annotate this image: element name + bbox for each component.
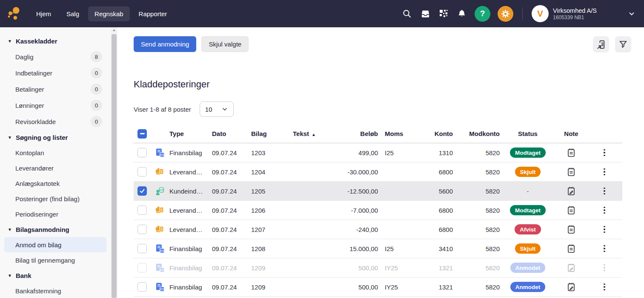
table-row[interactable]: Kundeind… 09.07.24 1205 -12.500,00 5600 … <box>134 182 622 201</box>
note-cell[interactable] <box>556 205 587 215</box>
row-checkbox[interactable] <box>137 263 147 272</box>
table-row[interactable]: Finansbilag 09.07.24 1209 500,00 IY25 13… <box>134 278 622 297</box>
column-header-tekst[interactable]: Tekst▲ <box>293 130 341 137</box>
row-checkbox[interactable] <box>137 244 147 253</box>
sidebar-item[interactable]: Bilag til gennemgang <box>4 252 106 268</box>
row-menu-button[interactable] <box>587 167 622 177</box>
row-checkbox[interactable] <box>137 225 147 234</box>
apps-grid-icon[interactable] <box>438 8 449 19</box>
sidebar-scrollbar[interactable]: ▲ <box>111 27 117 298</box>
note-icon[interactable] <box>566 148 576 158</box>
sidebar-item[interactable]: Revisorkladde 0 <box>4 113 106 130</box>
settings-button[interactable] <box>498 6 513 22</box>
sidebar-item[interactable]: Posteringer (find bilag) <box>4 191 106 206</box>
column-header-note[interactable]: Note <box>556 130 587 137</box>
column-header-modkonto[interactable]: Modkonto <box>453 130 500 137</box>
column-header-status[interactable]: Status <box>500 130 556 137</box>
export-button[interactable] <box>593 36 609 52</box>
sidebar-item[interactable]: Betalinger 0 <box>4 81 106 97</box>
note-cell[interactable] <box>556 224 587 234</box>
note-icon[interactable] <box>566 205 576 215</box>
table-row[interactable]: Leverand… 09.07.24 1204 -30.000,00 6800 … <box>134 162 622 182</box>
sidebar-item[interactable]: Indbetalinger 0 <box>4 65 106 81</box>
sidebar-item[interactable]: Lønninger 0 <box>4 97 106 113</box>
account-menu[interactable]: V Virksomhed A/S 1605339 NB1 <box>532 5 597 22</box>
sidebar-section-header[interactable]: ▼ Bilagsanmodning <box>0 222 111 237</box>
note-cell[interactable] <box>556 263 587 273</box>
hide-selected-button[interactable]: Skjul valgte <box>201 36 249 52</box>
results-summary: Viser 1-8 af 8 poster <box>134 106 191 113</box>
sidebar-item[interactable]: Bankafstemning <box>4 283 106 298</box>
voucher-number-cell: 1208 <box>251 245 293 252</box>
search-icon[interactable] <box>401 8 412 19</box>
column-header-belob[interactable]: Beløb <box>341 130 378 137</box>
note-icon[interactable] <box>566 167 576 177</box>
note-icon[interactable] <box>566 224 576 234</box>
page-size-select[interactable]: 10 <box>200 101 234 117</box>
row-checkbox[interactable] <box>137 148 147 157</box>
note-edit-icon[interactable] <box>566 263 576 273</box>
sidebar-item[interactable]: Daglig 8 <box>4 49 106 65</box>
sidebar-item[interactable]: Leverandører <box>4 160 106 176</box>
note-cell[interactable] <box>556 282 587 292</box>
sidebar-section-header[interactable]: ▼ Kassekladder <box>0 33 111 49</box>
sidebar-item[interactable]: Anmod om bilag <box>4 237 106 252</box>
table-row[interactable]: Leverand… 09.07.24 1207 -240,00 6800 582… <box>134 220 622 239</box>
note-icon[interactable] <box>566 243 576 254</box>
filter-button[interactable] <box>615 36 631 52</box>
table-row[interactable]: Finansbilag 09.07.24 1203 499,00 I25 131… <box>134 143 622 162</box>
row-checkbox[interactable] <box>137 205 147 215</box>
nav-item-rapporter[interactable]: Rapporter <box>132 6 174 21</box>
note-edit-icon[interactable] <box>566 282 576 292</box>
table-row[interactable]: Finansbilag 09.07.24 1208 15.000,00 I25 … <box>134 239 622 258</box>
topbar-divider <box>522 7 523 20</box>
row-checkbox[interactable] <box>137 186 147 196</box>
collapse-triangle-icon: ▼ <box>8 39 12 43</box>
send-request-button[interactable]: Send anmodning <box>134 36 196 52</box>
inbox-icon[interactable] <box>420 8 431 19</box>
row-menu-button[interactable] <box>587 186 622 197</box>
sidebar-item[interactable]: Anlægskartotek <box>4 176 106 191</box>
note-cell[interactable] <box>556 186 587 196</box>
notifications-bell-icon[interactable] <box>456 8 467 19</box>
status-badge: - <box>527 186 529 196</box>
table-row[interactable]: Leverand… 09.07.24 1206 -7.000,00 6800 5… <box>134 201 622 220</box>
column-header-dato[interactable]: Dato <box>212 130 251 137</box>
note-edit-icon[interactable] <box>566 186 576 196</box>
note-cell[interactable] <box>556 243 587 254</box>
nav-item-regnskab[interactable]: Regnskab <box>88 6 130 21</box>
sidebar-section-header[interactable]: ▼ Bank <box>0 268 111 283</box>
note-cell[interactable] <box>556 148 587 158</box>
type-cell: Finansbilag <box>169 284 212 291</box>
row-menu-button[interactable] <box>587 224 622 235</box>
customer-payment-icon <box>155 186 166 197</box>
row-menu-button[interactable] <box>587 263 622 273</box>
column-header-bilag[interactable]: Bilag <box>251 130 293 137</box>
row-menu-button[interactable] <box>587 148 622 158</box>
help-button[interactable]: ? <box>475 6 490 22</box>
account-cell: 1321 <box>422 264 453 272</box>
row-checkbox[interactable] <box>137 167 147 176</box>
sidebar-item-label: Revisorkladde <box>15 118 56 125</box>
row-menu-button[interactable] <box>587 282 622 292</box>
chevron-down-icon[interactable] <box>627 9 636 18</box>
note-cell[interactable] <box>556 167 587 177</box>
row-checkbox[interactable] <box>137 282 147 292</box>
sidebar-section-header[interactable]: ▼ Søgning og lister <box>0 130 111 145</box>
nav-item-salg[interactable]: Salg <box>60 6 86 21</box>
sidebar-item-label: Anlægskartotek <box>15 180 60 187</box>
scrollbar-up-arrow-icon[interactable]: ▲ <box>111 28 117 32</box>
nav-item-hjem[interactable]: Hjem <box>30 6 57 21</box>
column-header-type[interactable]: Type <box>169 130 212 137</box>
row-menu-button[interactable] <box>587 205 622 216</box>
row-menu-button[interactable] <box>587 243 622 254</box>
table-row[interactable]: Finansbilag 09.07.24 1209 500,00 IY25 13… <box>134 258 622 278</box>
scrollbar-thumb[interactable] <box>112 34 117 298</box>
sidebar-item[interactable]: Kontoplan <box>4 145 106 160</box>
app-logo[interactable] <box>4 4 24 23</box>
select-all-checkbox[interactable] <box>137 129 147 139</box>
voucher-number-cell: 1205 <box>251 188 293 195</box>
column-header-konto[interactable]: Konto <box>422 130 453 137</box>
sidebar-item[interactable]: Periodiseringer <box>4 206 106 222</box>
column-header-moms[interactable]: Moms <box>378 130 422 137</box>
